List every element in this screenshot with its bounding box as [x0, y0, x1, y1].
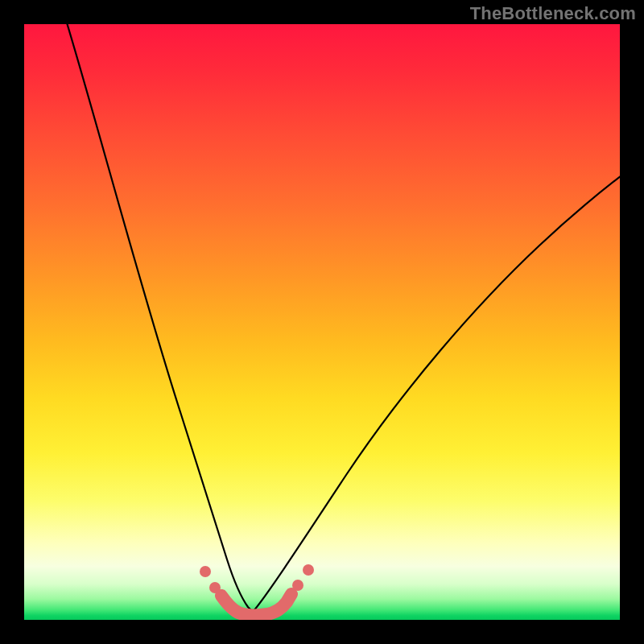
optimal-dot: [292, 580, 303, 591]
bottleneck-curve: [66, 24, 620, 612]
watermark-text: TheBottleneck.com: [470, 3, 636, 24]
optimal-zone-band: [221, 594, 291, 615]
plot-area: [24, 24, 620, 620]
optimal-dot: [209, 582, 221, 593]
optimal-dot: [200, 566, 211, 577]
optimal-dot: [303, 564, 314, 576]
curve-layer: [24, 24, 620, 620]
chart-frame: TheBottleneck.com: [0, 0, 644, 644]
